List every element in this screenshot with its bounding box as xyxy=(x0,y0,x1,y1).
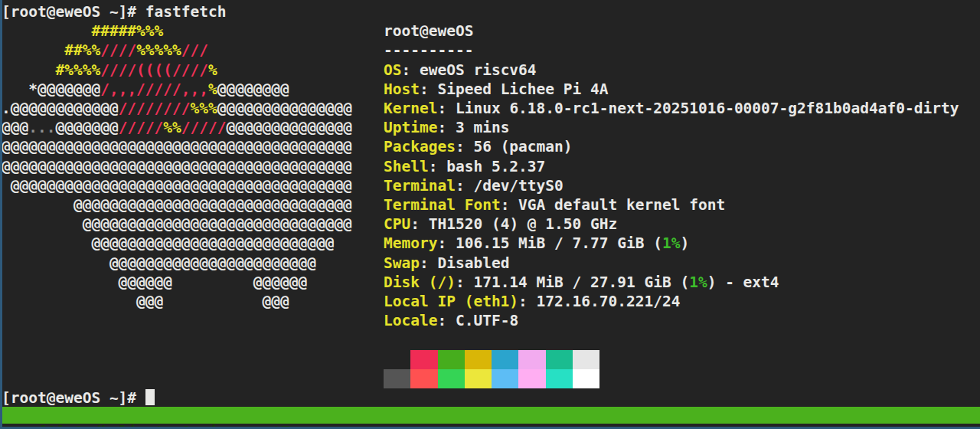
palette-swatch xyxy=(438,350,465,369)
palette-swatch xyxy=(546,350,573,369)
text-segment: @@@@@@@@@@@@@@@@@@@@@@@ xyxy=(2,254,316,272)
fetch-label: Packages xyxy=(384,138,456,156)
text-segment: : xyxy=(437,100,455,117)
fetch-label: Kernel xyxy=(384,100,437,117)
text-segment: 1% xyxy=(689,273,707,291)
fetch-entry: CPU: TH1520 (4) @ 1.50 GHz xyxy=(384,215,617,234)
palette-row-normal xyxy=(384,350,599,369)
text-segment: .@@@@@@@@@@@@ xyxy=(2,100,119,117)
fetch-label: Host xyxy=(384,80,420,98)
text-segment: @@@@@@@@@@@@@@@@@@@@@@@@@@@@@@@@@@@@@@ xyxy=(2,177,352,195)
palette-swatch xyxy=(518,369,545,388)
fetch-label: Shell xyxy=(384,158,429,175)
fetch-label: Terminal Font xyxy=(384,196,501,214)
ascii-art-line: @@@@@@@@@@@@@@@@@@@@@@@@@@@@@@@@@@@@@@@ xyxy=(2,137,352,156)
text-segment: ////((((//// xyxy=(100,61,208,79)
fetch-label: CPU xyxy=(384,215,410,233)
text-segment: : xyxy=(518,293,536,310)
text-segment: ) xyxy=(680,234,689,252)
ascii-art-line: *@@@@@@@/,,,/////,,,%@@@@@@@@ xyxy=(2,80,289,99)
text-segment: 3 mins xyxy=(456,119,509,136)
text-segment: eweOS riscv64 xyxy=(420,61,537,79)
text-segment: /,,,/////,,, xyxy=(100,80,208,98)
text-segment: @@@@@@@@@@@@@@@@@@@@@@@@@@@@@@@@@@@@@@@ xyxy=(2,158,352,175)
shell-prompt-executed: [root@eweOS ~]# fastfetch xyxy=(2,2,227,21)
fetch-entry: Host: Sipeed Lichee Pi 4A xyxy=(384,80,609,99)
text-segment: % xyxy=(208,61,217,79)
text-segment: *@@@@@@@ xyxy=(28,80,100,98)
ascii-art-line: @@@@@@@@@@@@@@@@@@@@@@@@@@@ xyxy=(2,234,334,253)
palette-row-bright xyxy=(384,369,599,388)
fetch-label: Locale xyxy=(384,312,437,329)
palette-swatch xyxy=(492,369,518,388)
text-segment: Disabled xyxy=(437,254,509,272)
ascii-art-line: @@@ @@@ xyxy=(2,292,289,311)
text-segment xyxy=(2,22,91,40)
text-segment: /dev/ttyS0 xyxy=(473,177,563,195)
screen-edge-left xyxy=(0,0,2,429)
text-segment: ---------- xyxy=(384,41,473,59)
text-segment: ##%% xyxy=(64,41,100,59)
prompt-text: [root@eweOS ~]# xyxy=(2,389,145,407)
palette-swatch xyxy=(492,350,518,369)
ascii-art-line: ##%%////%%%%%/// xyxy=(2,41,208,60)
palette-swatch xyxy=(465,369,492,388)
text-segment: 106.15 MiB / 7.77 GiB ( xyxy=(456,234,662,252)
palette-swatch xyxy=(518,350,545,369)
fetch-label: Local IP (eth1) xyxy=(384,293,518,310)
fetch-label: Memory xyxy=(384,234,437,252)
fetch-entry: Swap: Disabled xyxy=(384,254,509,273)
fetch-entry: Local IP (eth1): 172.16.70.221/24 xyxy=(384,292,680,311)
text-segment: %%% xyxy=(191,100,217,117)
text-segment: @@@@@@@@@@@@@@@@@@@@@@@@@@@@@@@ xyxy=(2,196,352,214)
shell-prompt-current: [root@eweOS ~]# xyxy=(2,388,155,408)
text-segment: ///// xyxy=(119,119,164,136)
fetch-label: Uptime xyxy=(384,119,437,136)
text-segment: : xyxy=(429,158,446,175)
text-segment: @@@@@@@@@@@@@@ xyxy=(227,119,352,136)
text-segment: %% xyxy=(163,119,181,136)
text-segment: //// xyxy=(100,41,136,59)
ascii-art-line: #####%%% xyxy=(2,21,163,41)
ascii-art-line: @@@@@@@@@@@@@@@@@@@@@@@@@@@@@@@ xyxy=(2,195,352,215)
tmux-statusbar: [0] 0:dbclient- 1:microcom*Z xyxy=(2,407,980,424)
text-segment: : xyxy=(437,119,455,136)
palette-swatch xyxy=(438,369,465,388)
text-segment: VGA default kernel font xyxy=(518,196,725,214)
text-segment: 56 (pacman) xyxy=(473,138,572,156)
text-segment: : xyxy=(420,80,437,98)
text-segment xyxy=(2,80,28,98)
palette-swatch xyxy=(410,369,437,388)
text-segment: %%%%% xyxy=(136,41,181,59)
text-segment: : xyxy=(420,254,437,272)
text-segment: 171.14 MiB / 27.91 GiB ( xyxy=(473,273,689,291)
text-segment: : xyxy=(456,138,473,156)
text-segment: ... xyxy=(28,119,55,136)
terminal-screen[interactable]: [root@eweOS ~]# fastfetch #####%%% ##%%/… xyxy=(0,0,980,429)
fetch-entry: Packages: 56 (pacman) xyxy=(384,137,573,156)
text-segment: @@@@@@@@@@@@@@@@@@@@@@@@@@@@@@@@@@@@@@@ xyxy=(2,138,352,156)
text-segment: ) - ext4 xyxy=(707,273,779,291)
fetch-entry: Uptime: 3 mins xyxy=(384,118,509,137)
palette-swatch xyxy=(573,369,599,388)
ascii-art-line: @@@@@@@@@@@@@@@@@@@@@@@@@@@@@@ xyxy=(2,215,352,234)
text-segment: @@@@@@ @@@@@@ xyxy=(2,273,307,291)
text-segment: /// xyxy=(181,41,208,59)
palette-swatch xyxy=(384,350,410,369)
text-segment: TH1520 (4) @ 1.50 GHz xyxy=(429,215,618,233)
fetch-label: OS xyxy=(384,61,401,79)
terminal-cursor[interactable] xyxy=(145,389,155,405)
ascii-art-line: #%%%%////((((////% xyxy=(2,61,217,80)
text-segment: 1% xyxy=(662,234,680,252)
text-segment: @@@@@@@@@@@@@@@@@@@@@@@@@@@@@@ xyxy=(2,215,352,233)
fetch-label: Terminal xyxy=(384,177,456,195)
text-segment: bash 5.2.37 xyxy=(446,158,545,175)
text-segment: C.UTF-8 xyxy=(456,312,518,329)
fetch-entry: Memory: 106.15 MiB / 7.77 GiB (1%) xyxy=(384,234,689,253)
text-segment: % xyxy=(208,80,217,98)
ascii-art-line: @@@@@@@@@@@@@@@@@@@@@@@ xyxy=(2,254,316,273)
fetch-label: Disk (/) xyxy=(384,273,456,291)
text-segment: Linux 6.18.0-rc1-next-20251016-00007-g2f… xyxy=(456,100,959,117)
palette-swatch xyxy=(546,369,573,388)
text-segment: //////// xyxy=(119,100,191,117)
